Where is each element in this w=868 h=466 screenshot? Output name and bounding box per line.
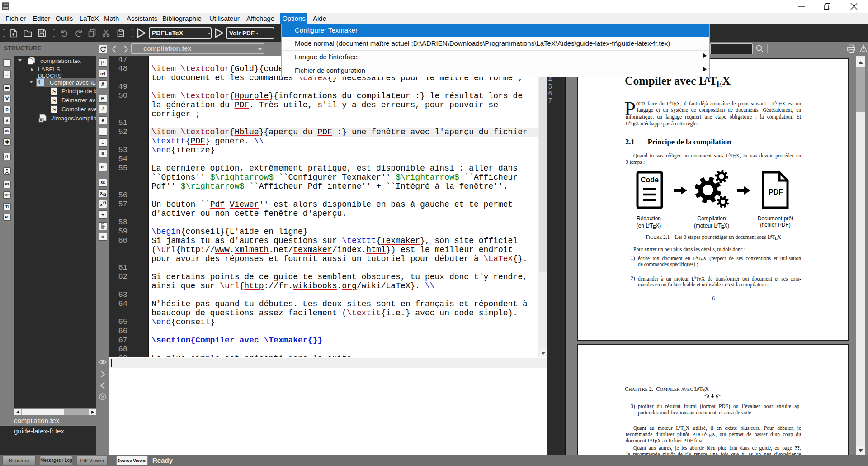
svg-text:Code: Code xyxy=(641,176,659,184)
svg-text:x: x xyxy=(100,202,103,207)
svg-text:x: x xyxy=(100,190,103,195)
svg-text:PDF: PDF xyxy=(769,188,783,196)
